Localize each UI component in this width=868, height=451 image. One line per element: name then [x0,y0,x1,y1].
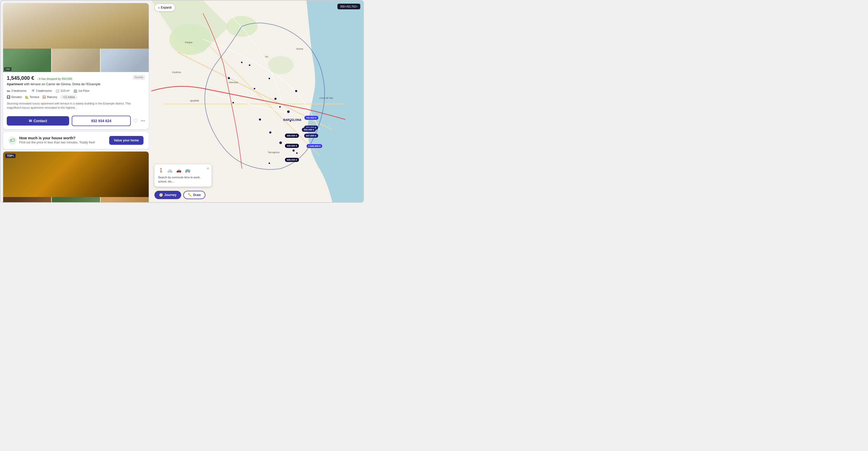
listing-1-thumb-1[interactable]: 1/60 [3,49,51,72]
price-pin-6-label: 1.545.000 € [308,145,321,148]
commute-transport-icons: 🚶 🚲 🚗 🚌 [158,167,208,173]
map-dot-3[interactable] [268,77,271,80]
listing-2-main-image [3,152,149,197]
bath-icon: 🚿 [31,89,35,93]
listing-1-contact-label: Contact [34,119,47,123]
price-pin-1-label: 741.022 € [306,117,317,119]
listing-1-extras[interactable]: +11 extras [60,95,77,99]
listing-1-price-container: 1,545,000 € ↓ It has dropped by €50,000 [7,75,72,81]
map-dot-8[interactable] [268,162,271,165]
price-pin-8[interactable]: 305.000 € [302,128,316,132]
listing-1-thumb-count: 1/60 [4,67,11,71]
listing-1-terrace-text: Terrace [30,95,39,98]
price-pin-4[interactable]: 247.000 € [304,134,318,138]
svg-text:Tarragona: Tarragona [268,151,279,154]
listing-1-actions: ✉ Contact 932 934 624 ♡ ••• [3,116,149,129]
listing-1-specs: 🛏 3 bedrooms. 🚿 3 bathrooms ⬜ 213 m² 🏢 1… [7,89,145,93]
listing-1-balcony-text: Balcony [47,95,57,98]
map-expand-button[interactable]: ‹ Expand [154,4,175,11]
value-home-button[interactable]: Value your home [109,136,144,145]
journey-label: Journey [164,193,177,197]
listing-1-price-drop: ↓ It has dropped by €50,000 [37,77,72,80]
commute-bike-button[interactable]: 🚲 [167,167,173,173]
listing-1-main-image-container [3,3,149,49]
value-home-banner: 🏷 How much is your house worth? Find out… [3,132,149,149]
svg-text:BARCELONA: BARCELONA [283,118,302,121]
listing-1-price-row: 1,545,000 € ↓ It has dropped by €50,000 … [7,75,145,81]
listing-1-title-rest: with terrace on Carrer de Girona, Dreta … [23,83,101,86]
listing-1-contact-button[interactable]: ✉ Contact [7,116,69,126]
svg-text:Lloret de Mar: Lloret de Mar [319,97,333,99]
price-pin-7-label: 688.000 € [287,159,297,161]
svg-text:Girona: Girona [296,47,303,50]
value-banner-title: How much is your house worth? [19,136,95,140]
listing-1-area-text: 213 m² [61,89,69,92]
svg-point-15 [292,150,294,152]
listing-1-title-type: Apartment [7,83,23,86]
floor-icon: 🏢 [73,89,78,93]
listing-1-terrace: 🏡 Terrace [25,95,39,99]
listing-1-phone-button[interactable]: 932 934 624 [72,116,131,126]
draw-label: Draw [193,193,201,197]
draw-icon: ✏️ [188,193,192,197]
listing-1-features: 🔲 Elevator 🏡 Terrace 🪟 Balcony +11 extra… [7,95,145,99]
listing-2-thumb-1[interactable]: 1/35 3D [3,197,51,202]
commute-panel: × 🚶 🚲 🚗 🚌 Search by commute time to work… [154,164,212,187]
listing-card-1: 1/60 1,545,000 € ↓ It has dropped by €50… [3,3,149,129]
listing-1-thumb-3[interactable] [101,49,149,72]
price-pin-6[interactable]: 1.545.000 € [306,144,323,149]
price-pin-1[interactable]: 741.022 € [304,116,319,120]
commute-walk-button[interactable]: 🚶 [158,167,164,173]
map-dot-5[interactable] [279,105,281,108]
price-pin-8-label: 305.000 € [304,128,314,131]
listing-1-bedrooms: 🛏 3 bedrooms. [7,89,27,93]
price-pin-3[interactable]: 309.000 € [285,134,299,138]
listing-1-thumbnails: 1/60 [3,49,149,72]
listing-2-thumb-3[interactable] [101,197,149,202]
area-icon: ⬜ [55,89,60,93]
svg-point-12 [249,64,250,66]
listing-1-favorite-button[interactable]: ♡ [133,118,138,124]
map-panel[interactable]: Parque Manresa Igualada Cardona Vic Giro… [151,1,364,202]
value-banner-left: 🏷 How much is your house worth? Find out… [8,136,95,145]
map-dot-2[interactable] [253,87,256,90]
listing-1-content: 1,545,000 € ↓ It has dropped by €50,000 … [3,72,149,116]
svg-point-7 [287,110,289,113]
draw-button[interactable]: ✏️ Draw [183,191,205,199]
svg-text:Parque: Parque [185,41,192,44]
svg-point-10 [295,90,297,92]
balcony-icon: 🪟 [42,95,46,99]
map-counter: 300+/63,702+ [337,4,360,9]
svg-text:Cardona: Cardona [172,71,181,73]
map-dot-1[interactable] [241,61,243,64]
commute-car-button[interactable]: 🚗 [176,167,182,173]
terrace-icon: 🏡 [25,95,29,99]
listing-1-elevator: 🔲 Elevator [7,95,22,99]
commute-close-button[interactable]: × [207,166,209,170]
bed-icon: 🛏 [7,89,10,93]
listing-1-area: ⬜ 213 m² [55,89,69,93]
svg-point-13 [269,131,271,133]
elevator-icon: 🔲 [7,95,10,99]
mail-icon: ✉ [29,119,32,123]
svg-text:Vic: Vic [265,55,269,58]
price-pin-7[interactable]: 688.000 € [285,158,299,162]
svg-point-8 [275,98,277,100]
listing-2-thumb-2[interactable] [52,197,100,202]
listing-2-thumbnails: 1/35 3D [3,197,149,202]
listing-1-title: Apartment with terrace on Carrer de Giro… [7,82,145,87]
commute-transit-button[interactable]: 🚌 [185,167,191,173]
price-pin-5[interactable]: 330.000 € [285,144,299,148]
chevron-left-icon: ‹ [158,5,160,10]
listing-1-balcony: 🪟 Balcony [42,95,57,99]
value-banner-description: Find out the price in less than two minu… [19,141,95,144]
map-container[interactable]: Parque Manresa Igualada Cardona Vic Giro… [151,1,364,202]
listing-1-more-button[interactable]: ••• [141,119,145,123]
map-dot-7[interactable] [296,152,298,154]
price-drop-arrow: ↓ [37,77,38,80]
listing-1-bedrooms-text: 3 bedrooms. [11,89,27,92]
listing-2-top-badge: TOP+ [5,154,16,158]
journey-button[interactable]: 🧭 Journey [154,191,181,199]
listing-1-thumb-2[interactable] [52,49,100,72]
listing-1-price: 1,545,000 € [7,75,34,81]
